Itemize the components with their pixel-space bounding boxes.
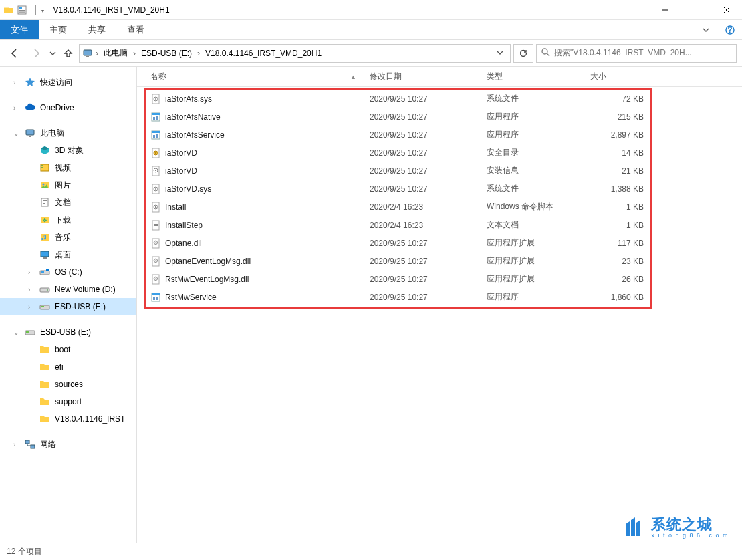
chevron-down-icon[interactable]: ⌄ xyxy=(13,130,20,137)
folder-icon xyxy=(3,4,15,16)
watermark-url: xitong86.com xyxy=(651,533,731,539)
sidebar-item-label: 快速访问 xyxy=(40,77,72,88)
file-row[interactable]: iaStorAfsService2020/9/25 10:27应用程序2,897… xyxy=(137,126,742,144)
qat-properties-icon[interactable] xyxy=(16,4,28,16)
file-row[interactable]: OptaneEventLogMsg.dll2020/9/25 10:27应用程序… xyxy=(137,252,742,270)
ribbon-file-tab[interactable]: 文件 xyxy=(0,20,39,39)
file-type: 安装信息 xyxy=(487,165,590,176)
chevron-right-icon[interactable]: › xyxy=(28,303,35,311)
file-name: iaStorAfsService xyxy=(165,130,225,140)
back-button[interactable] xyxy=(5,44,24,63)
sidebar-network[interactable]: › 网络 xyxy=(0,436,136,453)
file-name: iaStorVD xyxy=(165,148,197,158)
ribbon-help-icon[interactable]: ? xyxy=(718,20,742,39)
sidebar-item[interactable]: ›V18.0.4.1146_IRST xyxy=(0,410,136,428)
chevron-right-icon[interactable]: › xyxy=(132,49,137,58)
file-row[interactable]: RstMwEventLogMsg.dll2020/9/25 10:27应用程序扩… xyxy=(137,270,742,288)
sidebar-item-label: OneDrive xyxy=(40,103,74,112)
sidebar-item[interactable]: ›3D 对象 xyxy=(0,142,136,159)
file-row[interactable]: iaStorVD.sys2020/9/25 10:27系统文件1,388 KB xyxy=(137,180,742,198)
sidebar-item[interactable]: ›OS (C:) xyxy=(0,263,136,281)
column-size[interactable]: 大小 xyxy=(590,71,644,82)
up-button[interactable] xyxy=(60,44,76,63)
cloud-icon xyxy=(24,102,36,114)
close-button[interactable] xyxy=(711,0,742,20)
sidebar-item-label: 网络 xyxy=(40,439,56,450)
ribbon-view-tab[interactable]: 查看 xyxy=(116,20,155,39)
minimize-button[interactable] xyxy=(650,0,681,20)
svg-rect-10 xyxy=(84,50,92,55)
svg-line-13 xyxy=(547,53,549,56)
svg-rect-29 xyxy=(43,257,47,259)
status-item-count: 12 个项目 xyxy=(7,546,42,557)
file-name: InstallStep xyxy=(165,221,203,230)
column-type[interactable]: 类型 xyxy=(487,71,590,82)
ribbon-share-tab[interactable]: 共享 xyxy=(78,20,116,39)
sidebar-item[interactable]: ›文档 xyxy=(0,194,136,211)
svg-rect-18 xyxy=(41,165,43,166)
search-input[interactable]: 搜索"V18.0.4.1146_IRST_VMD_20H... xyxy=(536,44,737,63)
file-date: 2020/9/25 10:27 xyxy=(370,148,487,158)
file-row[interactable]: Install2020/2/4 16:23Windows 命令脚本1 KB xyxy=(137,198,742,216)
column-name[interactable]: 名称▲ xyxy=(150,71,370,82)
refresh-button[interactable] xyxy=(513,44,533,63)
svg-rect-54 xyxy=(152,166,159,176)
breadcrumb[interactable]: 此电脑 xyxy=(101,47,130,59)
sidebar-item[interactable]: ›efi xyxy=(0,358,136,376)
svg-point-34 xyxy=(47,289,48,291)
file-name: iaStorVD.sys xyxy=(165,184,211,194)
file-row[interactable]: Optane.dll2020/9/25 10:27应用程序扩展117 KB xyxy=(137,234,742,252)
ribbon: 文件 主页 共享 查看 ? xyxy=(0,20,742,40)
sidebar-onedrive[interactable]: › OneDrive xyxy=(0,99,136,116)
chevron-right-icon[interactable]: › xyxy=(28,286,35,293)
column-date[interactable]: 修改日期 xyxy=(370,71,487,82)
maximize-button[interactable] xyxy=(681,0,711,20)
sidebar-item[interactable]: ›ESD-USB (E:) xyxy=(0,298,136,315)
ribbon-home-tab[interactable]: 主页 xyxy=(39,20,78,39)
sidebar-item[interactable]: ›boot xyxy=(0,341,136,358)
svg-point-21 xyxy=(43,184,45,186)
recent-dropdown[interactable] xyxy=(48,44,57,63)
file-date: 2020/9/25 10:27 xyxy=(370,130,487,140)
chevron-right-icon[interactable]: › xyxy=(13,104,20,112)
address-bar[interactable]: › 此电脑 › ESD-USB (E:) › V18.0.4.1146_IRST… xyxy=(79,44,511,63)
svg-rect-72 xyxy=(152,275,159,284)
sidebar-item-label: 此电脑 xyxy=(40,128,64,139)
sidebar-esd-usb[interactable]: ⌄ ESD-USB (E:) xyxy=(0,323,136,341)
file-type: Windows 命令脚本 xyxy=(487,201,590,213)
sidebar-this-pc[interactable]: ⌄ 此电脑 xyxy=(0,124,136,142)
svg-rect-69 xyxy=(152,257,159,266)
sidebar-item[interactable]: ›桌面 xyxy=(0,246,136,263)
sidebar-quick-access[interactable]: › 快速访问 xyxy=(0,74,136,91)
chevron-right-icon[interactable]: › xyxy=(196,49,201,58)
sidebar-item[interactable]: ›support xyxy=(0,393,136,410)
sidebar-item[interactable]: ›下载 xyxy=(0,211,136,229)
sidebar-item[interactable]: ›图片 xyxy=(0,176,136,194)
breadcrumb[interactable]: ESD-USB (E:) xyxy=(138,49,195,58)
file-row[interactable]: InstallStep2020/2/4 16:23文本文档1 KB xyxy=(137,216,742,234)
sidebar-item[interactable]: ›视频 xyxy=(0,159,136,176)
file-row[interactable]: iaStorVD2020/9/25 10:27安装信息21 KB xyxy=(137,162,742,180)
chevron-right-icon[interactable]: › xyxy=(94,49,100,58)
file-row[interactable]: RstMwService2020/9/25 10:27应用程序1,860 KB xyxy=(137,288,742,306)
sidebar-item[interactable]: ›音乐 xyxy=(0,229,136,246)
address-dropdown-icon[interactable] xyxy=(493,49,507,58)
file-size: 1 KB xyxy=(590,221,644,230)
sidebar-item-label: 文档 xyxy=(55,197,71,208)
ribbon-expand-icon[interactable] xyxy=(694,20,718,39)
sidebar-item[interactable]: ›New Volume (D:) xyxy=(0,281,136,298)
file-row[interactable]: iaStorAfs.sys2020/9/25 10:27系统文件72 KB xyxy=(137,90,742,108)
chevron-right-icon[interactable]: › xyxy=(13,79,20,86)
file-row[interactable]: iaStorAfsNative2020/9/25 10:27应用程序215 KB xyxy=(137,108,742,126)
qat-dropdown-icon[interactable]: │ xyxy=(33,5,44,15)
forward-button[interactable] xyxy=(27,44,45,63)
breadcrumb[interactable]: V18.0.4.1146_IRST_VMD_20H1 xyxy=(203,49,324,58)
sidebar-item[interactable]: ›sources xyxy=(0,376,136,393)
chevron-down-icon[interactable]: ⌄ xyxy=(13,329,20,336)
file-row[interactable]: iaStorVD2020/9/25 10:27安全目录14 KB xyxy=(137,144,742,162)
chevron-right-icon[interactable]: › xyxy=(13,441,20,448)
folder-icon xyxy=(39,413,51,425)
chevron-right-icon[interactable]: › xyxy=(28,269,35,276)
file-type: 应用程序 xyxy=(487,291,590,303)
file-icon xyxy=(150,94,161,104)
